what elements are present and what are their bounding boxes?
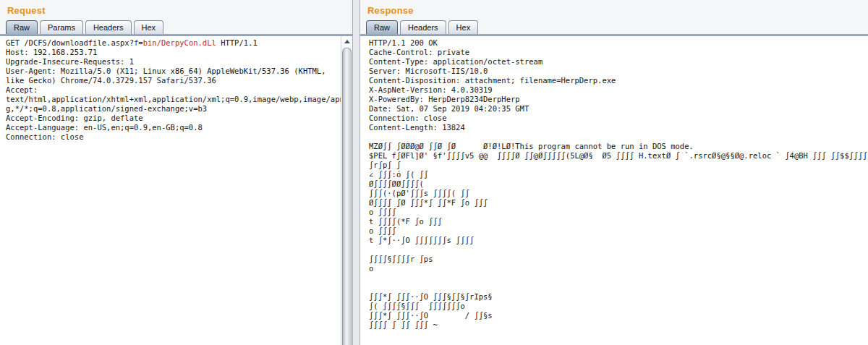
tab-response-raw[interactable]: Raw (366, 20, 398, 35)
tab-response-hex[interactable]: Hex (448, 20, 479, 35)
tab-request-raw[interactable]: Raw (6, 20, 38, 35)
response-editor[interactable]: HTTP/1.1 200 OK Cache-Control: private C… (360, 36, 868, 345)
response-tabs: Raw Headers Hex (366, 20, 480, 35)
request-panel-title: Request (7, 5, 46, 16)
request-scrollbar-thumb[interactable] (342, 48, 352, 345)
tab-request-params[interactable]: Params (40, 20, 83, 35)
tab-request-headers[interactable]: Headers (85, 20, 132, 35)
response-body-text: MZØ∫∫ ∫ØØØ@Ø ∫∫Ø ∫Ø Ø!Ø!LØ!This program … (369, 142, 867, 330)
tab-response-headers[interactable]: Headers (400, 20, 446, 35)
request-line-prefix: GET /DCFS/downloadfile.aspx? (6, 38, 134, 47)
request-scrollbar[interactable] (341, 36, 352, 345)
tab-request-hex[interactable]: Hex (134, 20, 164, 35)
response-panel: Response Raw Headers Hex HTTP/1.1 200 OK… (359, 0, 868, 345)
request-first-line: GET /DCFS/downloadfile.aspx?f=bin/DerpyC… (6, 38, 340, 48)
request-http-version: HTTP/1.1 (216, 38, 258, 47)
response-panel-title: Response (367, 5, 414, 16)
request-scroll-up-button[interactable] (341, 36, 352, 47)
request-panel: Request Raw Params Headers Hex GET /DCFS… (0, 0, 353, 345)
request-param-value: bin/DerpyCon.dLl (143, 38, 216, 47)
request-tabs: Raw Params Headers Hex (6, 20, 166, 35)
request-raw-text: Host: 192.168.253.71 Upgrade-Insecure-Re… (6, 48, 340, 142)
response-headers-text: HTTP/1.1 200 OK Cache-Control: private C… (369, 38, 867, 132)
response-blank-line (369, 132, 867, 142)
scroll-up-icon (344, 40, 350, 43)
request-editor[interactable]: GET /DCFS/downloadfile.aspx?f=bin/DerpyC… (0, 36, 341, 345)
